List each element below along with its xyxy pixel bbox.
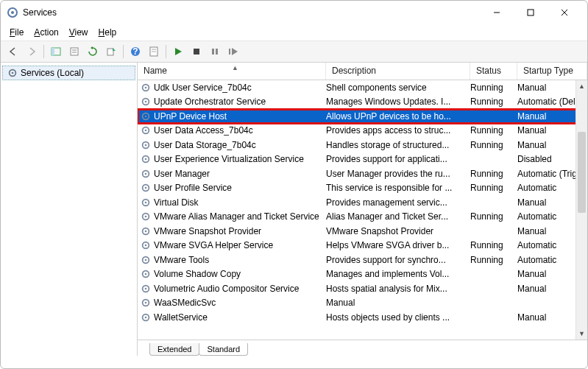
service-name: Virtual Disk (154, 197, 326, 208)
service-description: User Manager provides the ru... (326, 169, 470, 179)
column-startup-type[interactable]: Startup Type (517, 63, 587, 80)
gear-icon (141, 82, 151, 93)
restart-service-button[interactable] (225, 43, 241, 60)
service-row[interactable]: User Profile ServiceThis service is resp… (138, 181, 587, 196)
back-button[interactable] (5, 43, 21, 60)
tab-standard[interactable]: Standard (199, 343, 248, 356)
service-description: Manages and implements Vol... (326, 269, 470, 279)
minimize-button[interactable] (480, 2, 514, 23)
svg-point-32 (145, 144, 147, 146)
service-description: Provides management servic... (326, 197, 470, 208)
svg-point-36 (145, 172, 147, 175)
toolbar-separator (123, 45, 124, 58)
menu-help[interactable]: Help (94, 26, 121, 39)
show-hide-tree-button[interactable] (48, 43, 64, 60)
gear-icon (141, 269, 151, 279)
service-row[interactable]: UPnP Device HostAllows UPnP devices to b… (138, 109, 587, 124)
svg-point-30 (145, 130, 147, 132)
service-row[interactable]: VMware Snapshot ProviderVMware Snapshot … (138, 224, 587, 239)
service-status: Running (470, 255, 517, 265)
service-row[interactable]: Udk User Service_7b04cShell components s… (138, 80, 587, 95)
svg-point-50 (145, 273, 147, 275)
service-row[interactable]: Volume Shadow CopyManages and implements… (138, 267, 587, 282)
service-row[interactable]: Update Orchestrator ServiceManages Windo… (138, 95, 587, 110)
close-button[interactable] (548, 2, 581, 23)
service-row[interactable]: VMware Alias Manager and Ticket ServiceA… (138, 210, 587, 225)
service-description: VMware Snapshot Provider (326, 226, 470, 236)
export-button[interactable] (103, 43, 119, 60)
service-row[interactable]: Virtual DiskProvides management servic..… (138, 195, 587, 210)
help-button[interactable]: ? (127, 43, 144, 60)
tree-item-services-local[interactable]: Services (Local) (2, 66, 135, 80)
gear-icon (141, 211, 151, 222)
toolbar-separator (43, 45, 44, 58)
scroll-up-button[interactable]: ▲ (576, 80, 587, 92)
gear-icon (141, 111, 151, 122)
toolbar: ? (1, 41, 587, 63)
service-row[interactable]: WalletServiceHosts objects used by clien… (138, 310, 587, 325)
service-name: UPnP Device Host (154, 111, 326, 122)
gear-icon (141, 169, 151, 179)
scroll-down-button[interactable]: ▼ (576, 328, 587, 340)
service-name: Volume Shadow Copy (154, 269, 326, 279)
properties-sheet-button[interactable] (146, 43, 162, 60)
tree-item-label: Services (Local) (21, 68, 84, 78)
service-row[interactable]: WaaSMedicSvcManual (138, 296, 587, 311)
service-status: Running (470, 96, 517, 107)
refresh-button[interactable] (85, 43, 101, 60)
menu-action[interactable]: Action (29, 26, 63, 39)
window-controls (480, 2, 581, 23)
menu-view[interactable]: View (65, 26, 93, 39)
service-row[interactable]: User Experience Virtualization ServicePr… (138, 152, 587, 167)
svg-point-54 (145, 302, 147, 304)
svg-point-22 (12, 72, 14, 74)
service-row[interactable]: VMware ToolsProvides support for synchro… (138, 253, 587, 267)
maximize-button[interactable] (514, 2, 548, 23)
svg-point-24 (145, 86, 147, 88)
start-service-button[interactable] (170, 43, 186, 60)
vertical-scrollbar[interactable]: ▲ ▼ (575, 80, 587, 340)
service-row[interactable]: Volumetric Audio Compositor ServiceHosts… (138, 281, 587, 296)
gear-icon (141, 298, 151, 308)
service-name: WaaSMedicSvc (154, 298, 326, 308)
service-description: Manual (326, 298, 470, 308)
svg-point-44 (145, 230, 147, 232)
column-status[interactable]: Status (470, 63, 517, 80)
gear-icon (141, 125, 151, 136)
svg-point-52 (145, 287, 147, 289)
pause-service-button[interactable] (207, 43, 223, 60)
service-description: Allows UPnP devices to be ho... (326, 111, 470, 122)
service-name: Update Orchestrator Service (154, 96, 326, 107)
service-status: Running (470, 140, 517, 150)
service-description: Alias Manager and Ticket Ser... (326, 211, 470, 222)
service-row[interactable]: VMware SVGA Helper ServiceHelps VMware S… (138, 239, 587, 253)
sort-indicator-icon: ▲ (232, 64, 238, 71)
gear-icon (141, 240, 151, 250)
gear-icon (141, 96, 151, 107)
scrollbar-thumb[interactable] (578, 132, 586, 213)
stop-service-button[interactable] (188, 43, 205, 60)
service-row[interactable]: User Data Access_7b04cProvides apps acce… (138, 124, 587, 138)
svg-rect-19 (216, 49, 218, 55)
service-row[interactable]: User Data Storage_7b04cHandles storage o… (138, 138, 587, 152)
properties-button[interactable] (66, 43, 82, 60)
gear-icon (141, 197, 151, 208)
column-headers: Name ▲ Description Status Startup Type (138, 63, 587, 80)
gear-icon (141, 284, 151, 294)
service-description: Provides support for applicati... (326, 154, 470, 164)
svg-point-40 (145, 201, 147, 203)
window-title: Services (23, 7, 480, 18)
tab-extended[interactable]: Extended (149, 343, 199, 356)
column-description[interactable]: Description (326, 63, 470, 80)
service-name: User Manager (154, 169, 326, 179)
gear-icon (141, 312, 151, 323)
service-description: This service is responsible for ... (326, 183, 470, 193)
svg-point-46 (145, 245, 147, 247)
service-description: Provides support for synchro... (326, 255, 470, 265)
service-description: Provides apps access to struc... (326, 125, 470, 136)
menu-file[interactable]: File (5, 26, 28, 39)
svg-rect-18 (212, 49, 214, 55)
forward-button[interactable] (24, 43, 40, 60)
service-row[interactable]: User ManagerUser Manager provides the ru… (138, 166, 587, 181)
service-name: VMware Snapshot Provider (154, 226, 326, 236)
